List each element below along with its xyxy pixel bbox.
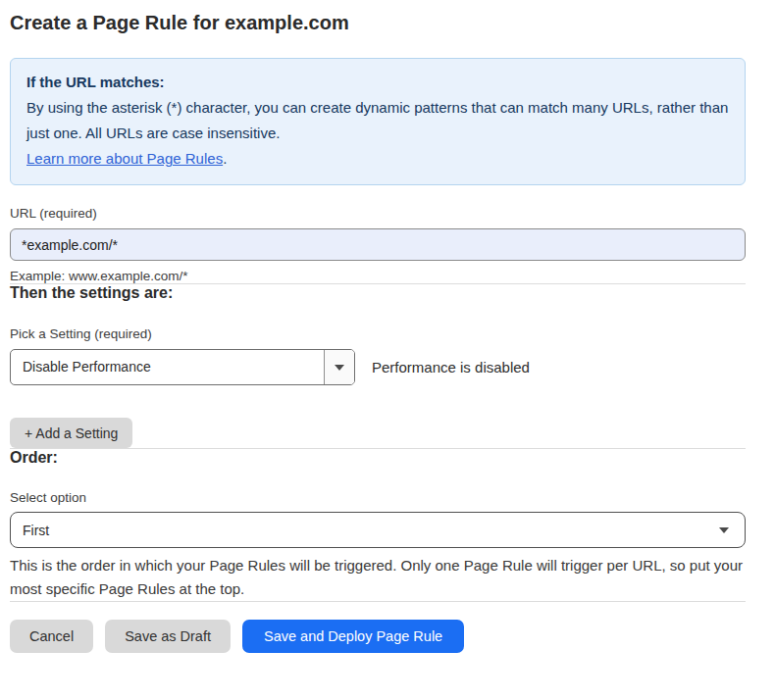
create-page-rule-panel: Create a Page Rule for example.com If th… [0, 0, 775, 673]
divider [10, 601, 746, 602]
learn-more-link[interactable]: Learn more about Page Rules [26, 150, 223, 167]
save-as-draft-button[interactable]: Save as Draft [105, 620, 231, 653]
url-example-text: Example: www.example.com/* [10, 269, 746, 283]
order-select-value: First [23, 523, 49, 538]
order-help-text: This is the order in which your Page Rul… [10, 554, 746, 601]
url-input[interactable] [10, 228, 746, 261]
chevron-down-icon [719, 527, 729, 533]
setting-picker-row: Disable Performance Performance is disab… [10, 349, 746, 385]
setting-status-text: Performance is disabled [372, 359, 530, 375]
order-section-heading: Order: [10, 449, 746, 467]
chevron-down-icon [335, 365, 344, 371]
info-box-body: By using the asterisk (*) character, you… [26, 95, 729, 146]
order-select-label: Select option [10, 490, 746, 505]
footer-actions: Cancel Save as Draft Save and Deploy Pag… [10, 620, 746, 653]
add-setting-button[interactable]: + Add a Setting [10, 418, 132, 448]
page-title: Create a Page Rule for example.com [10, 12, 746, 34]
info-box-link-row: Learn more about Page Rules. [26, 146, 729, 172]
order-select[interactable]: First [10, 512, 746, 548]
setting-select-value: Disable Performance [11, 350, 324, 384]
info-box-heading: If the URL matches: [26, 70, 729, 95]
setting-select[interactable]: Disable Performance [10, 349, 355, 385]
url-field-label: URL (required) [10, 206, 746, 221]
setting-select-arrow-button[interactable] [324, 350, 354, 384]
setting-picker-label: Pick a Setting (required) [10, 326, 746, 341]
cancel-button[interactable]: Cancel [10, 620, 93, 653]
save-and-deploy-button[interactable]: Save and Deploy Page Rule [242, 620, 464, 653]
link-period: . [223, 150, 227, 167]
url-match-info-box: If the URL matches: By using the asteris… [10, 58, 746, 185]
settings-section-heading: Then the settings are: [10, 284, 746, 302]
